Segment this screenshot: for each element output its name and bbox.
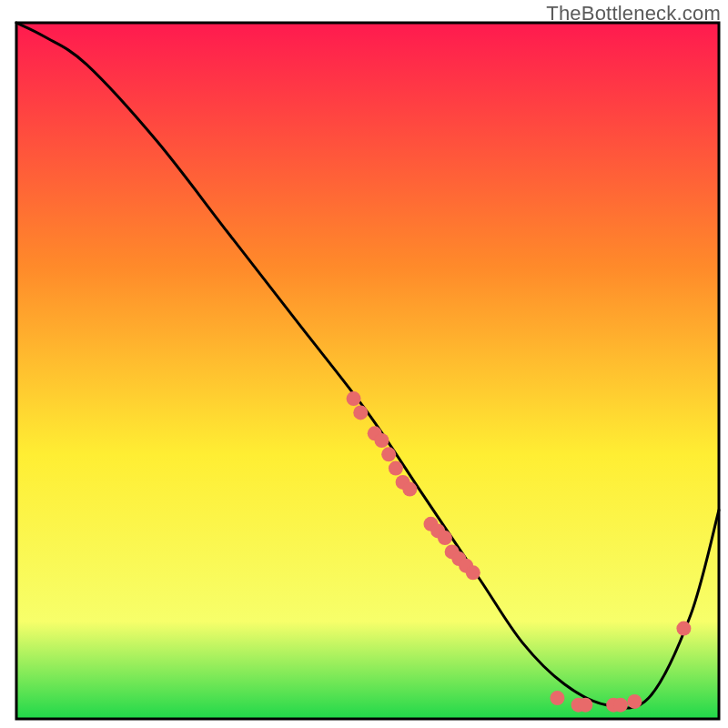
data-point <box>466 565 480 580</box>
data-point <box>381 447 396 461</box>
data-point <box>402 482 417 497</box>
data-point <box>676 622 691 636</box>
chart-container: TheBottleneck.com <box>0 0 728 728</box>
data-point <box>627 694 642 709</box>
data-point <box>353 405 368 420</box>
data-point <box>438 531 452 545</box>
plot-background <box>16 23 719 719</box>
bottleneck-chart <box>0 0 728 728</box>
data-point <box>550 691 564 705</box>
data-point <box>374 433 389 448</box>
data-point <box>389 461 403 476</box>
data-point <box>613 698 628 713</box>
data-point <box>347 391 361 406</box>
data-point <box>578 698 592 713</box>
